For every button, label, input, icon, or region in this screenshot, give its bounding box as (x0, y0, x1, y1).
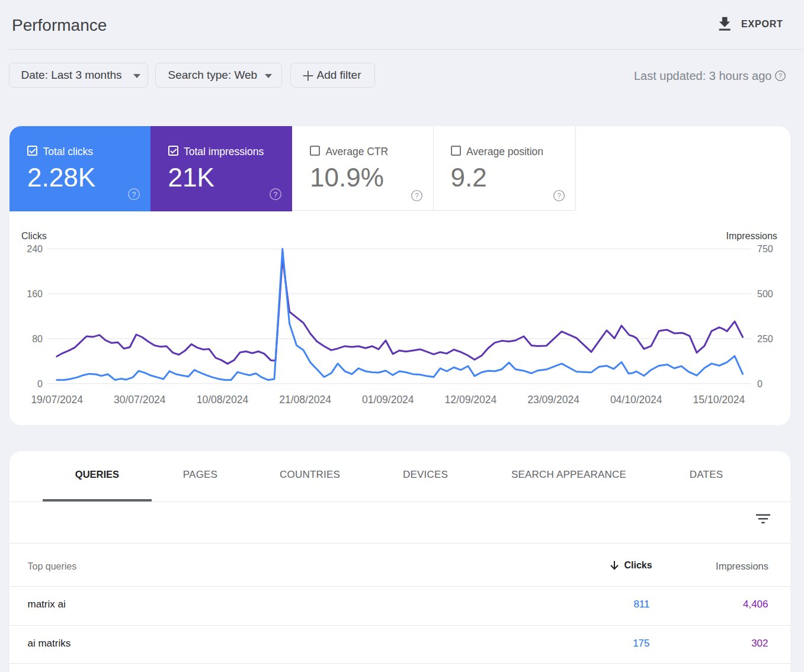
svg-text:240: 240 (27, 244, 43, 254)
svg-text:19/07/2024: 19/07/2024 (31, 394, 83, 406)
svg-text:01/09/2024: 01/09/2024 (362, 394, 414, 406)
svg-text:30/07/2024: 30/07/2024 (114, 394, 166, 406)
svg-text:750: 750 (757, 244, 773, 254)
svg-text:Impressions: Impressions (726, 231, 777, 241)
svg-text:160: 160 (27, 289, 43, 299)
svg-text:250: 250 (757, 334, 773, 344)
svg-text:Clicks: Clicks (21, 231, 47, 241)
svg-text:15/10/2024: 15/10/2024 (693, 394, 745, 406)
svg-text:21/08/2024: 21/08/2024 (279, 394, 331, 406)
svg-text:04/10/2024: 04/10/2024 (610, 394, 662, 406)
svg-text:10/08/2024: 10/08/2024 (197, 394, 249, 406)
svg-text:0: 0 (757, 379, 763, 389)
svg-text:23/09/2024: 23/09/2024 (527, 394, 579, 406)
svg-text:0: 0 (37, 379, 43, 389)
svg-text:80: 80 (32, 334, 43, 344)
svg-text:500: 500 (757, 289, 773, 299)
svg-text:12/09/2024: 12/09/2024 (445, 394, 497, 406)
